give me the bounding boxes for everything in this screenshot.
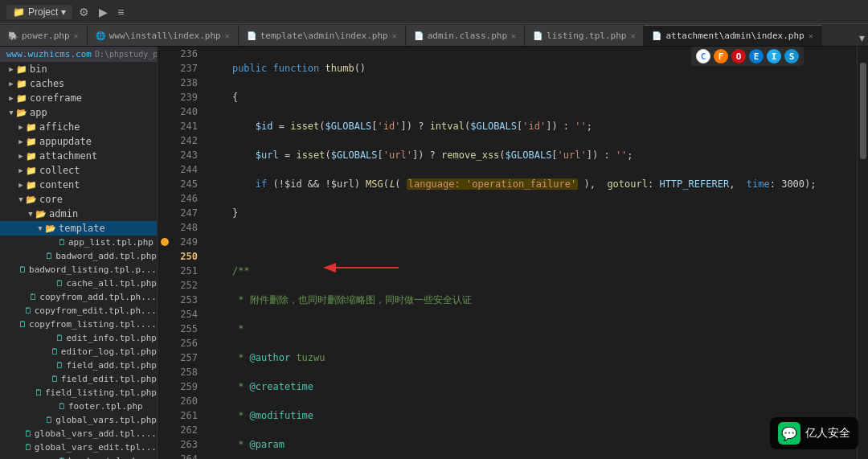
tree-item-label: field_add.tpl.php	[66, 360, 157, 371]
tab-label: template\admin\index.php	[260, 31, 388, 41]
sidebar-item-edit-info[interactable]: 🗒 edit_info.tpl.php	[0, 331, 157, 345]
tree-item-label: content	[39, 179, 80, 191]
sidebar-item-collect[interactable]: ▶ 📁 collect	[0, 163, 157, 178]
tab-listing-tpl[interactable]: 📄 listing.tpl.php ✕	[525, 25, 644, 46]
sidebar-item-global-vars-edit[interactable]: 🗒 global_vars_edit.tpl...	[0, 441, 157, 454]
tab-icon: 🌐	[96, 31, 105, 40]
file-icon: 🗒	[55, 279, 63, 288]
tab-admin-class[interactable]: 📄 admin.class.php ✕	[406, 25, 525, 46]
sidebar-header: www.wuzhicms.com D:\phpstudy_pro...	[0, 47, 157, 62]
sidebar-item-editor-log[interactable]: 🗒 editor_log.tpl.php	[0, 345, 157, 359]
scroll-thumb[interactable]	[860, 63, 866, 159]
sidebar-item-coreframe[interactable]: ▶ 📁 coreframe	[0, 91, 157, 105]
tab-icon: 📄	[247, 31, 256, 40]
tab-close-icon[interactable]: ✕	[225, 31, 230, 40]
sidebar-item-field-listing[interactable]: 🗒 field_listing.tpl.php	[0, 386, 157, 400]
gutter-line	[158, 235, 172, 249]
folder-open-icon: 📂	[16, 108, 27, 118]
file-icon: 🗒	[58, 402, 66, 411]
sidebar-item-copyfrom-add[interactable]: 🗒 copyfrom_add.tpl.ph...	[0, 290, 157, 304]
sidebar-item-global-vars[interactable]: 🗒 global_vars.tpl.php	[0, 413, 157, 427]
sidebar-item-header[interactable]: 🗒 header.tpl.php	[0, 454, 157, 459]
sidebar-item-content[interactable]: ▶ 📁 content	[0, 178, 157, 192]
file-icon: 🗒	[29, 293, 37, 301]
chevron-right-icon: ▶	[16, 123, 26, 131]
sidebar-item-copyfrom-listing[interactable]: 🗒 copyfrom_listing.tpl....	[0, 318, 157, 331]
sidebar-item-cache-all[interactable]: 🗒 cache_all.tpl.php	[0, 277, 157, 290]
sidebar-item-admin[interactable]: ▼ 📂 admin	[0, 207, 157, 221]
gutter-line	[158, 264, 172, 278]
breakpoint-dot	[161, 238, 169, 246]
tab-www-install[interactable]: 🌐 www\install\index.php ✕	[88, 25, 239, 46]
sidebar-item-attachment[interactable]: ▶ 📁 attachment	[0, 149, 157, 163]
firefox-icon[interactable]: F	[714, 49, 728, 64]
sidebar-item-field-edit[interactable]: 🗒 field_edit.tpl.php	[0, 372, 157, 386]
folder-open-icon: 📂	[26, 195, 37, 205]
folder-icon: 📁	[16, 79, 27, 89]
file-icon: 🗒	[55, 334, 63, 342]
tab-close-icon[interactable]: ✕	[809, 31, 813, 40]
edge-icon[interactable]: E	[749, 49, 764, 64]
sidebar-item-core[interactable]: ▼ 📂 core	[0, 192, 157, 207]
tab-icon: 📄	[414, 31, 424, 40]
project-label: Project	[28, 6, 58, 18]
sidebar-item-badword-add[interactable]: 🗒 badword_add.tpl.php	[0, 249, 157, 263]
tab-close-icon[interactable]: ✕	[74, 31, 79, 40]
sidebar-item-template[interactable]: ▼ 📂 template	[0, 221, 157, 236]
sidebar-item-footer[interactable]: 🗒 footer.tpl.php	[0, 400, 157, 413]
tab-template-admin[interactable]: 📄 template\admin\index.php ✕	[239, 25, 406, 46]
tab-label: attachment\admin\index.php	[665, 31, 804, 41]
sidebar-item-global-vars-add[interactable]: 🗒 global_vars_add.tpl....	[0, 427, 157, 441]
tab-power-php[interactable]: 🐘 power.php ✕	[0, 25, 88, 46]
safari-icon[interactable]: S	[784, 49, 799, 64]
tree-item-label: coreframe	[30, 92, 82, 104]
file-icon: 🗒	[35, 388, 43, 397]
line-numbers: 236237238239240 241242243244245 24624724…	[172, 47, 204, 459]
gutter-line	[158, 90, 172, 105]
sidebar-item-appupdate[interactable]: ▶ 📁 appupdate	[0, 134, 157, 149]
gutter-line	[158, 191, 172, 206]
code-editor[interactable]: public function thumb() { $id = isset($G…	[204, 47, 857, 459]
file-icon: 🗒	[18, 265, 27, 274]
file-icon: 🗒	[51, 347, 59, 356]
gutter-line	[158, 249, 172, 264]
chevron-right-icon: ▶	[16, 166, 26, 174]
editor-area: 236237238239240 241242243244245 24624724…	[158, 47, 868, 459]
project-button[interactable]: 📁 Project ▾	[6, 5, 72, 19]
sidebar-item-field-add[interactable]: 🗒 field_add.tpl.php	[0, 359, 157, 372]
sidebar-item-badword-listing[interactable]: 🗒 badword_listing.tpl.p...	[0, 263, 157, 277]
tab-close-icon[interactable]: ✕	[392, 31, 397, 40]
folder-icon: 📁	[16, 93, 27, 104]
more-tabs-icon[interactable]: ▾	[856, 30, 868, 46]
file-icon: 🗒	[18, 320, 27, 329]
tab-attachment-admin[interactable]: 📄 attachment\admin\index.php ✕	[644, 25, 821, 46]
sidebar-item-affiche[interactable]: ▶ 📁 affiche	[0, 120, 157, 134]
sidebar-item-bin[interactable]: ▶ 📁 bin	[0, 62, 157, 76]
chrome-icon[interactable]: C	[696, 49, 710, 64]
sidebar-item-app[interactable]: ▼ 📂 app	[0, 105, 157, 120]
code-line-242	[209, 235, 857, 249]
code-line-245: *	[209, 322, 857, 336]
tab-close-icon[interactable]: ✕	[511, 31, 516, 40]
tab-close-icon[interactable]: ✕	[630, 31, 635, 40]
run-icon[interactable]: ▶	[96, 4, 111, 20]
sidebar-item-caches[interactable]: ▶ 📁 caches	[0, 76, 157, 91]
tree-item-label: appupdate	[39, 136, 92, 147]
folder-icon: 📁	[26, 122, 37, 133]
tree-item-label: caches	[30, 78, 64, 89]
settings-icon[interactable]: ⚙	[76, 4, 92, 20]
tab-icon: 🐘	[8, 31, 18, 40]
code-line-239: $url = isset($GLOBALS['url']) ? remove_x…	[209, 148, 857, 162]
sidebar-item-copyfrom-edit[interactable]: 🗒 copyfrom_edit.tpl.ph...	[0, 304, 157, 318]
file-icon: 🗒	[24, 443, 32, 452]
file-icon: 🗒	[51, 375, 59, 383]
opera-icon[interactable]: O	[731, 49, 746, 64]
gutter-line	[158, 336, 172, 350]
ie-icon[interactable]: I	[767, 49, 781, 64]
project-icon: 📁	[13, 6, 25, 18]
gutter-line	[158, 350, 172, 365]
menu-icon[interactable]: ≡	[114, 4, 127, 20]
sidebar-item-app-list[interactable]: 🗒 app_list.tpl.php	[0, 236, 157, 249]
folder-icon: 📁	[26, 137, 37, 147]
scroll-map[interactable]	[857, 47, 868, 459]
